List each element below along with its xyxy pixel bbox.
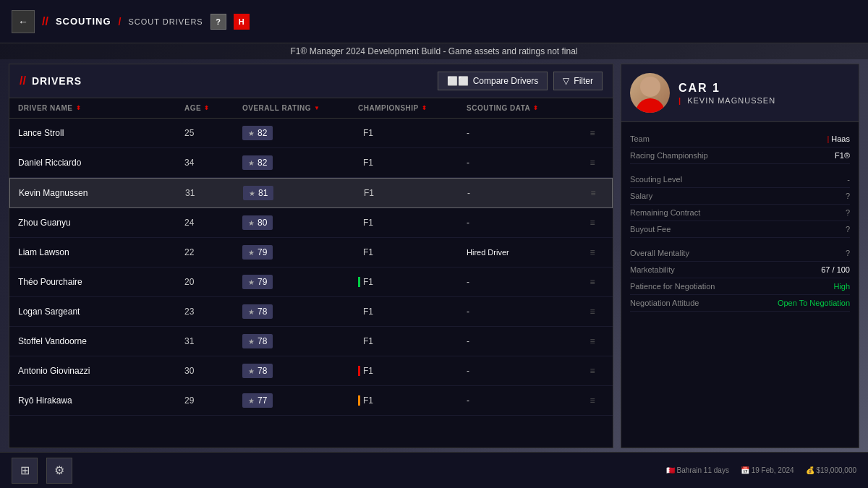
- championship-text: F1: [363, 218, 373, 228]
- championship-text: F1: [363, 307, 373, 317]
- detail-field-value: ?: [846, 192, 850, 200]
- row-menu-icon: ≡: [590, 188, 595, 198]
- row-action-cell: ≡: [578, 327, 607, 356]
- championship-bar: [358, 247, 360, 257]
- detail-champ-value: F1®: [835, 151, 850, 160]
- championship-text: F1: [363, 366, 373, 376]
- driver-scouting-cell: -: [462, 297, 578, 326]
- section-gap: [630, 238, 850, 245]
- driver-age-cell: 29: [180, 386, 238, 415]
- championship-bar: [358, 336, 360, 346]
- rating-value: 79: [258, 247, 267, 257]
- row-menu-icon: ≡: [590, 395, 595, 406]
- driver-age-cell: 30: [180, 356, 238, 385]
- h-button[interactable]: H: [234, 14, 250, 30]
- star-icon: ★: [248, 278, 255, 286]
- title-slash: //: [20, 74, 26, 87]
- championship-label: F1: [358, 277, 373, 287]
- table-row[interactable]: Logan Sargeant 23 ★ 78 F1 - ≡: [9, 297, 613, 327]
- gear-icon: ⚙: [54, 463, 64, 477]
- rating-value: 82: [258, 128, 267, 138]
- table-row[interactable]: Théo Pourchaire 20 ★ 79 F1 - ≡: [9, 267, 613, 297]
- championship-bar: [358, 366, 360, 376]
- col-scouting-data[interactable]: SCOUTING DATA ⬍: [462, 98, 578, 118]
- detail-field-value: ?: [846, 249, 850, 257]
- driver-champ-cell: F1: [354, 119, 462, 147]
- driver-name-cell: Ryō Hirakawa: [14, 386, 180, 415]
- col-overall-rating[interactable]: OVERALL RATING ▼: [238, 98, 354, 118]
- championship-label: F1: [359, 188, 374, 198]
- rating-value: 78: [258, 336, 267, 346]
- championship-text: F1: [363, 395, 373, 406]
- driver-name-cell: Kevin Magnussen: [14, 179, 181, 207]
- col-driver-name-label: DRIVER NAME: [18, 104, 73, 112]
- driver-scouting-cell: -: [462, 148, 578, 177]
- detail-row: Team |Haas: [630, 131, 850, 147]
- rating-badge: ★ 78: [242, 364, 273, 378]
- star-icon: ★: [248, 308, 255, 316]
- settings-button[interactable]: ⚙: [46, 458, 72, 484]
- star-icon: ★: [248, 219, 255, 227]
- compare-button[interactable]: ⬜⬜ Compare Drivers: [438, 72, 548, 90]
- table-row[interactable]: Liam Lawson 22 ★ 79 F1 Hired Driver ≡: [9, 238, 613, 267]
- detail-field-value: High: [833, 282, 850, 291]
- row-menu-icon: ≡: [590, 158, 595, 168]
- driver-detail-panel: CAR 1 | KEVIN MAGNUSSEN Team |Haas Racin…: [621, 64, 859, 448]
- championship-label: F1: [358, 307, 373, 317]
- avatar-body: [636, 98, 665, 113]
- rating-badge: ★ 80: [242, 215, 273, 230]
- rating-badge: ★ 82: [242, 126, 273, 140]
- sort-icon-rating: ▼: [314, 105, 320, 111]
- star-icon: ★: [248, 338, 255, 346]
- detail-row: Patience for Negotiation High: [630, 278, 850, 295]
- col-age-label: AGE: [184, 104, 201, 112]
- help-button[interactable]: ?: [210, 14, 226, 30]
- driver-rating-cell: ★ 79: [238, 267, 354, 296]
- table-row[interactable]: Zhou Guanyu 24 ★ 80 F1 - ≡: [9, 208, 613, 238]
- driver-age-cell: 34: [180, 148, 238, 177]
- driver-scouting-cell: Hired Driver: [462, 238, 578, 267]
- detail-field-label: Patience for Negotiation: [630, 282, 715, 291]
- driver-age-cell: 24: [180, 208, 238, 237]
- driver-rating-cell: ★ 77: [238, 386, 354, 415]
- grid-view-button[interactable]: ⊞: [12, 458, 38, 484]
- driver-rating-cell: ★ 82: [238, 119, 354, 147]
- table-row[interactable]: Ryō Hirakawa 29 ★ 77 F1 - ≡: [9, 386, 613, 416]
- row-menu-icon: ≡: [590, 336, 595, 346]
- championship-bar: [358, 158, 360, 168]
- driver-champ-cell: F1: [354, 386, 462, 415]
- detail-field-label: Team: [630, 134, 650, 143]
- row-action-cell: ≡: [578, 148, 607, 177]
- driver-rating-cell: ★ 78: [238, 297, 354, 326]
- championship-text: F1: [363, 247, 373, 257]
- filter-button[interactable]: ▽ Filter: [553, 72, 603, 90]
- rating-value: 81: [258, 188, 268, 198]
- col-actions: [578, 98, 607, 118]
- star-icon: ★: [248, 397, 255, 405]
- pipe-char: |: [678, 96, 681, 105]
- col-driver-name[interactable]: DRIVER NAME ⬍: [14, 98, 180, 118]
- table-row[interactable]: Stoffel Vandoorne 31 ★ 78 F1 - ≡: [9, 327, 613, 356]
- driver-champ-cell: F1: [354, 238, 462, 267]
- col-age[interactable]: AGE ⬍: [180, 98, 238, 118]
- driver-name-cell: Liam Lawson: [14, 238, 180, 267]
- table-row[interactable]: Kevin Magnussen 31 ★ 81 F1 - ≡: [9, 178, 613, 208]
- driver-scouting-cell: -: [462, 356, 578, 385]
- driver-champ-cell: F1: [354, 267, 462, 296]
- detail-row: Overall Mentality ?: [630, 245, 850, 262]
- back-button[interactable]: ←: [12, 10, 35, 33]
- table-row[interactable]: Antonio Giovinazzi 30 ★ 78 F1 - ≡: [9, 356, 613, 386]
- driver-name-cell: Stoffel Vandoorne: [14, 327, 180, 356]
- table-row[interactable]: Lance Stroll 25 ★ 82 F1 - ≡: [9, 119, 613, 148]
- row-menu-icon: ≡: [590, 128, 595, 138]
- col-championship[interactable]: CHAMPIONSHIP ⬍: [354, 98, 462, 118]
- driver-rating-cell: ★ 81: [239, 179, 354, 207]
- driver-name-cell: Antonio Giovinazzi: [14, 356, 180, 385]
- detail-name-area: CAR 1 | KEVIN MAGNUSSEN: [678, 82, 850, 105]
- detail-row: Racing Championship F1®: [630, 147, 850, 164]
- championship-bar: [358, 277, 360, 287]
- championship-label: F1: [358, 366, 373, 376]
- table-row[interactable]: Daniel Ricciardo 34 ★ 82 F1 - ≡: [9, 148, 613, 178]
- scouting-value: Hired Driver: [467, 248, 509, 257]
- driver-champ-cell: F1: [354, 208, 462, 237]
